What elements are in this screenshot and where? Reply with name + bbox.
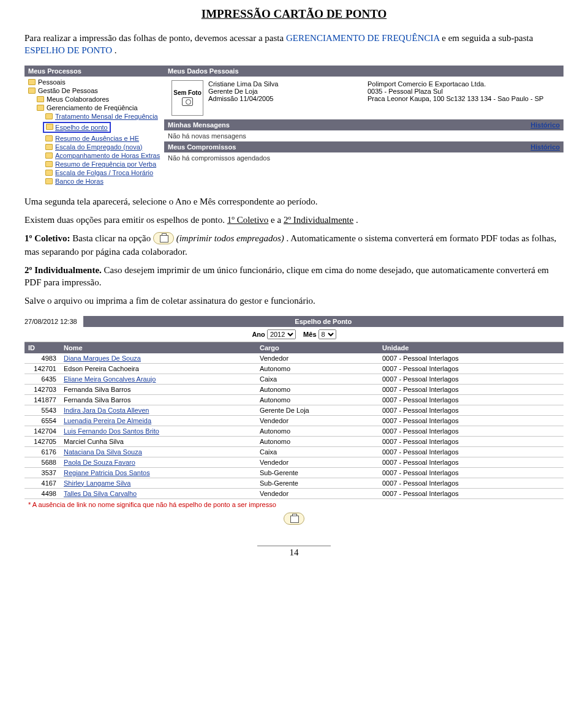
- company-address: Praca Leonor Kaupa, 100 Sc132 133 134 - …: [368, 95, 556, 102]
- employee-link[interactable]: Indira Jara Da Costa Alleven: [64, 407, 149, 414]
- cell-nome: Edson Pereira Cachoeira: [60, 363, 256, 374]
- employee-link[interactable]: Shirley Langame Silva: [64, 479, 130, 487]
- tree-item[interactable]: Espelho de ponto: [28, 121, 164, 134]
- cell-nome[interactable]: Regiane Patricia Dos Santos: [60, 467, 256, 478]
- no-commitments: Não há compromissos agendados: [164, 152, 564, 163]
- tree-item-label: Pessoais: [38, 78, 66, 86]
- cell-unidade: 0007 - Pessoal Interlagos: [379, 415, 564, 426]
- table-row: 142703Fernanda Silva BarrosAutonomo0007 …: [24, 384, 564, 394]
- tree-item-label: Tratamento Mensal de Frequência: [55, 113, 158, 120]
- timestamp: 27/08/2012 12:38: [24, 318, 77, 325]
- employee-link[interactable]: Paola De Souza Favaro: [64, 459, 135, 466]
- cell-cargo: Autonomo: [256, 384, 379, 394]
- cell-unidade: 0007 - Pessoal Interlagos: [379, 426, 564, 436]
- tree-item-label: Escala do Empregado (nova): [55, 143, 142, 151]
- cell-cargo: Gerente De Loja: [256, 405, 379, 415]
- col-id: ID: [24, 342, 60, 353]
- cell-nome: Fernanda Silva Barros: [60, 384, 256, 394]
- tree-item-label: Gestão De Pessoas: [38, 87, 98, 94]
- page-title: IMPRESSÃO CARTÃO DE PONTO: [24, 7, 564, 21]
- tree-item: Pessoais: [28, 78, 164, 86]
- table-row: 6554Luenadia Pereira De AlmeidaVendedor0…: [24, 415, 564, 426]
- text: e em seguida a sub-pasta: [442, 33, 533, 43]
- print-all-icon[interactable]: [284, 513, 304, 525]
- cell-nome[interactable]: Diana Marques De Souza: [60, 353, 256, 364]
- cell-nome[interactable]: Talles Da Silva Carvalho: [60, 488, 256, 498]
- filter-row: Ano 2012 Mês 8: [24, 327, 564, 342]
- employee-link[interactable]: Luis Fernando Dos Santos Brito: [64, 427, 159, 435]
- cell-unidade: 0007 - Pessoal Interlagos: [379, 394, 564, 405]
- person-name: Cristiane Lima Da Silva: [208, 80, 278, 88]
- text: .: [356, 215, 358, 225]
- folder-icon: [45, 170, 53, 176]
- cell-cargo: Vendedor: [256, 353, 379, 364]
- mes-label: Mês: [303, 331, 316, 338]
- table-row: 5543Indira Jara Da Costa AllevenGerente …: [24, 405, 564, 415]
- cell-nome: Fernanda Silva Barros: [60, 394, 256, 405]
- company-info: Polimport Comercio E Exportacao Ltda. 00…: [364, 78, 560, 118]
- cell-id: 6554: [24, 415, 60, 426]
- person-info: Cristiane Lima Da Silva Gerente De Loja …: [208, 80, 278, 102]
- cell-nome[interactable]: Paola De Souza Favaro: [60, 457, 256, 467]
- tree-item[interactable]: Tratamento Mensal de Frequência: [28, 112, 164, 121]
- cell-cargo: Caixa: [256, 446, 379, 457]
- table-row: 3537Regiane Patricia Dos SantosSub-Geren…: [24, 467, 564, 478]
- cell-nome[interactable]: Luis Fernando Dos Santos Brito: [60, 426, 256, 436]
- employee-link[interactable]: Talles Da Silva Carvalho: [64, 490, 137, 497]
- cell-nome[interactable]: Nataciana Da Silva Souza: [60, 446, 256, 457]
- paragraph-coletivo: 1º Coletivo: Basta clicar na opção (impr…: [24, 232, 564, 258]
- print-icon[interactable]: [153, 232, 174, 244]
- cell-id: 6176: [24, 446, 60, 457]
- tree-item[interactable]: Banco de Horas: [28, 177, 164, 186]
- cell-unidade: 0007 - Pessoal Interlagos: [379, 405, 564, 415]
- cell-nome[interactable]: Indira Jara Da Costa Alleven: [60, 405, 256, 415]
- cell-unidade: 0007 - Pessoal Interlagos: [379, 436, 564, 446]
- cell-cargo: Sub-Gerente: [256, 467, 379, 478]
- historico-link[interactable]: Histórico: [530, 121, 560, 129]
- cell-id: 142704: [24, 426, 60, 436]
- main-panels: Meus Dados Pessoais Sem Foto Cristiane L…: [164, 66, 564, 187]
- cell-cargo: Autonomo: [256, 363, 379, 374]
- text: .: [115, 45, 117, 55]
- employee-link[interactable]: Luenadia Pereira De Almeida: [64, 417, 151, 424]
- employee-link[interactable]: Eliane Meira Goncalves Araujo: [64, 375, 156, 383]
- tree-item: Gerenciamento de Freqüência: [28, 103, 164, 112]
- cell-nome[interactable]: Shirley Langame Silva: [60, 478, 256, 488]
- tree-item-label: Banco de Horas: [55, 178, 104, 185]
- cell-cargo: Autonomo: [256, 394, 379, 405]
- text: Para realizar a impressão das folhas de …: [24, 33, 286, 43]
- cell-id: 3537: [24, 467, 60, 478]
- camera-icon: [182, 97, 193, 106]
- footnote: * A ausência de link no nome significa q…: [24, 499, 564, 510]
- ano-select[interactable]: 2012: [267, 329, 296, 339]
- cell-nome[interactable]: Eliane Meira Goncalves Araujo: [60, 374, 256, 384]
- folder-icon: [45, 144, 53, 150]
- cell-nome[interactable]: Luenadia Pereira De Almeida: [60, 415, 256, 426]
- paragraph-2: Uma segunda tela aparecerá, selecione o …: [24, 195, 564, 208]
- table-row: 5688Paola De Souza FavaroVendedor0007 - …: [24, 457, 564, 467]
- sidebar: Meus Processos PessoaisGestão De Pessoas…: [24, 66, 164, 187]
- folder-icon: [37, 96, 44, 102]
- tree-item[interactable]: Escala de Folgas / Troca Horário: [28, 168, 164, 177]
- mes-select[interactable]: 8: [318, 329, 336, 339]
- employee-link[interactable]: Diana Marques De Souza: [64, 355, 141, 362]
- table-row: 4498Talles Da Silva CarvalhoVendedor0007…: [24, 488, 564, 498]
- ano-label: Ano: [252, 331, 265, 338]
- employee-table: ID Nome Cargo Unidade 4983Diana Marques …: [24, 342, 564, 499]
- tree-item[interactable]: Resumo de Frequência por Verba: [28, 160, 164, 168]
- cell-unidade: 0007 - Pessoal Interlagos: [379, 457, 564, 467]
- paragraph-3: Existem duas opções para emitir os espel…: [24, 214, 564, 226]
- tree-item[interactable]: Resumo de Ausências e HE: [28, 134, 164, 143]
- photo-placeholder: Sem Foto: [172, 80, 203, 116]
- cell-id: 4167: [24, 478, 60, 488]
- tree-item[interactable]: Acompanhamento de Horas Extras: [28, 151, 164, 160]
- cell-unidade: 0007 - Pessoal Interlagos: [379, 488, 564, 498]
- employee-link[interactable]: Regiane Patricia Dos Santos: [64, 469, 150, 476]
- folder-icon: [28, 88, 36, 94]
- no-photo-label: Sem Foto: [173, 89, 202, 96]
- tree-item[interactable]: Escala do Empregado (nova): [28, 143, 164, 151]
- historico-link[interactable]: Histórico: [530, 143, 560, 151]
- table-row: 6435Eliane Meira Goncalves AraujoCaixa00…: [24, 374, 564, 384]
- table-row: 4167Shirley Langame SilvaSub-Gerente0007…: [24, 478, 564, 488]
- employee-link[interactable]: Nataciana Da Silva Souza: [64, 448, 142, 456]
